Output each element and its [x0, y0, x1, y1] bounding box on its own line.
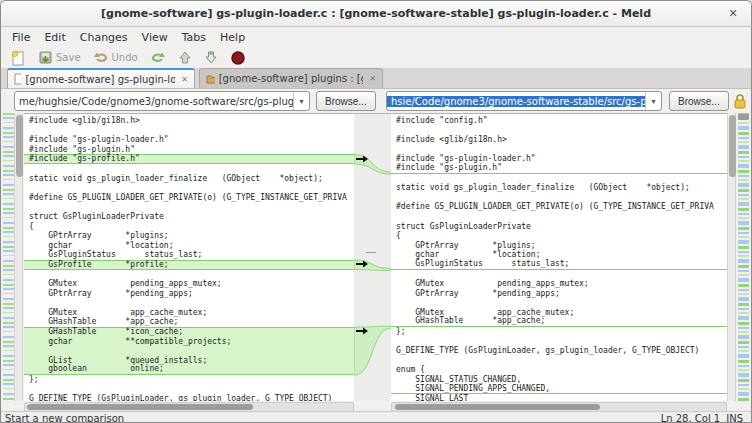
- code-line: [24, 298, 354, 308]
- code-line: [24, 164, 354, 174]
- undo-button[interactable]: Undo: [89, 48, 142, 67]
- save-label: Save: [56, 52, 81, 63]
- diff-map-position-indicator[interactable]: [738, 114, 749, 120]
- code-pane-left[interactable]: #include <glib/gi18n.h>#include "gs-plug…: [24, 113, 354, 401]
- tabbar: [gnome-software] gs-plugin-loader.c : [g…: [1, 68, 751, 89]
- stop-button[interactable]: [226, 48, 250, 67]
- tab-close-icon[interactable]: ✕: [367, 74, 376, 83]
- chevron-down-icon[interactable]: ▾: [293, 92, 309, 110]
- scrollbar-thumb[interactable]: [16, 115, 23, 177]
- code-line: #include "gs-plugin.h": [24, 145, 354, 155]
- menu-tabs[interactable]: Tabs: [175, 29, 213, 46]
- statusbar: Start a new comparison Ln 28, Col 1 INS: [1, 411, 751, 423]
- code-line: [391, 337, 727, 347]
- chevron-down-icon[interactable]: ▾: [645, 92, 661, 110]
- menu-file[interactable]: File: [5, 29, 37, 46]
- code-line: };: [391, 327, 727, 337]
- code-line: enum {: [391, 365, 727, 375]
- scrollbar-thumb[interactable]: [729, 115, 736, 177]
- lock-icon[interactable]: [732, 92, 748, 110]
- code-line: [391, 298, 727, 308]
- right-vertical-scrollbar[interactable]: [727, 113, 736, 401]
- window-close-icon[interactable]: ✕: [725, 6, 741, 22]
- code-line: #include "config.h": [391, 116, 727, 126]
- code-pane-right[interactable]: #include "config.h"#include <glib/gi18n.…: [391, 113, 727, 401]
- code-line: [391, 174, 727, 184]
- code-line: GsProfile *profile;: [24, 260, 354, 270]
- scrollbar-thumb[interactable]: [27, 404, 253, 410]
- tab-label: [gnome-software] gs-plugin-loader.c : [g: [25, 74, 175, 85]
- window-title: [gnome-software] gs-plugin-loader.c : [g…: [101, 7, 651, 20]
- code-line: #define GS_PLUGIN_LOADER_GET_PRIVATE(o) …: [391, 202, 727, 212]
- code-line: GPtrArray *pending_apps;: [24, 289, 354, 299]
- code-line: #include <glib/gi18n.h>: [391, 135, 727, 145]
- code-line: {: [24, 222, 354, 232]
- menu-help[interactable]: Help: [213, 29, 252, 46]
- code-line: [391, 270, 727, 280]
- code-line: G_DEFINE_TYPE (GsPluginLoader, gs_plugin…: [24, 394, 354, 401]
- tab-label: [gnome-software] plugins : [gnome-soft: [219, 73, 364, 84]
- diff-map-left[interactable]: [3, 113, 14, 401]
- diff-area: #include <glib/gi18n.h>#include "gs-plug…: [1, 113, 752, 401]
- code-line: [24, 126, 354, 136]
- code-line: [391, 126, 727, 136]
- insert-mode-indicator: INS: [726, 413, 751, 423]
- next-change-button[interactable]: [200, 48, 222, 67]
- record-circle-icon: [230, 50, 246, 66]
- code-line: GHashTable *icon_cache;: [24, 327, 354, 337]
- code-line: struct GsPluginLoaderPrivate: [391, 222, 727, 232]
- code-line: };: [24, 375, 354, 385]
- code-line: [24, 346, 354, 356]
- left-vertical-scrollbar[interactable]: [14, 113, 23, 401]
- tab-gs-plugin-loader[interactable]: [gnome-software] gs-plugin-loader.c : [g…: [7, 68, 195, 88]
- code-line: GPtrArray *plugins;: [391, 241, 727, 251]
- tab-plugins[interactable]: [gnome-software] plugins : [gnome-soft ✕: [199, 68, 383, 88]
- code-line: GsPluginStatus status_last;: [391, 260, 727, 270]
- code-line: [391, 145, 727, 155]
- tab-close-icon[interactable]: ✕: [179, 75, 188, 84]
- code-line: [24, 183, 354, 193]
- code-line: SIGNAL_LAST: [391, 394, 727, 401]
- menu-view[interactable]: View: [135, 29, 175, 46]
- code-line: [391, 212, 727, 222]
- diff-map-right[interactable]: [738, 113, 749, 401]
- right-file-combobox[interactable]: hsie/Code/gnome3/gnome-software-stable/s…: [386, 91, 662, 111]
- code-line: #include "gs-profile.h": [24, 154, 354, 164]
- code-line: [24, 270, 354, 280]
- file-icon: [14, 73, 21, 85]
- code-line: static void gs_plugin_loader_finalize (G…: [391, 183, 727, 193]
- left-file-combobox[interactable]: me/hughsie/Code/gnome3/gnome-software/sr…: [14, 91, 310, 111]
- scrollbar-thumb[interactable]: [395, 404, 600, 410]
- change-gutter: —: [354, 113, 391, 401]
- code-line: [391, 193, 727, 203]
- new-comparison-button[interactable]: [7, 48, 30, 67]
- arrow-up-icon: [178, 50, 192, 66]
- code-line: #define GS_PLUGIN_LOADER_GET_PRIVATE(o) …: [24, 193, 354, 203]
- status-message: Start a new comparison: [1, 413, 661, 423]
- menu-edit[interactable]: Edit: [37, 29, 72, 46]
- code-line: #include "gs-plugin.h": [391, 164, 727, 174]
- code-line: static void gs_plugin_loader_finalize (G…: [24, 174, 354, 184]
- undo-icon: [93, 50, 109, 65]
- right-browse-button[interactable]: Browse...: [669, 91, 729, 111]
- change-link-curves: [354, 114, 391, 402]
- new-document-icon: [11, 50, 26, 66]
- menu-changes[interactable]: Changes: [73, 29, 135, 46]
- meld-window: [gnome-software] gs-plugin-loader.c : [g…: [0, 0, 752, 423]
- code-line: GHashTable *app_cache;: [24, 317, 354, 327]
- titlebar: [gnome-software] gs-plugin-loader.c : [g…: [1, 1, 751, 27]
- left-browse-button[interactable]: Browse...: [316, 91, 376, 111]
- code-line: gboolean online;: [24, 365, 354, 375]
- code-line: {: [391, 231, 727, 241]
- menubar: File Edit Changes View Tabs Help: [1, 28, 751, 47]
- code-line: #include "gs-plugin-loader.h": [24, 135, 354, 145]
- code-line: GMutex pending_apps_mutex;: [391, 279, 727, 289]
- redo-button[interactable]: [146, 48, 170, 67]
- code-line: #include <glib/gi18n.h>: [24, 116, 354, 126]
- code-line: GPtrArray *plugins;: [24, 231, 354, 241]
- save-button[interactable]: Save: [34, 48, 85, 67]
- code-line: GPtrArray *pending_apps;: [391, 289, 727, 299]
- code-line: gchar **compatible_projects;: [24, 337, 354, 347]
- folder-icon: [206, 73, 215, 84]
- previous-change-button[interactable]: [174, 48, 196, 67]
